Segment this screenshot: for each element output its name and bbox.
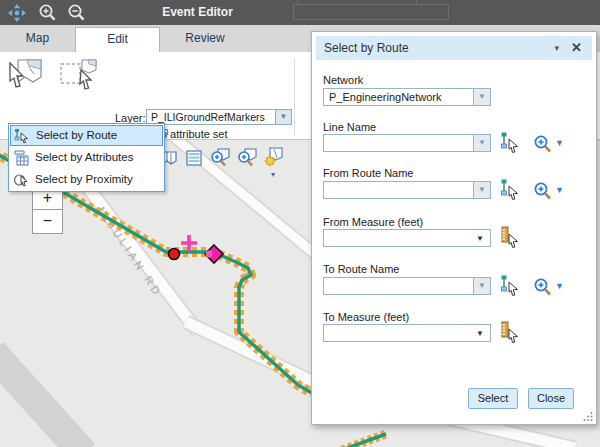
titlebar: Event Editor	[0, 0, 600, 25]
select-button[interactable]: Select	[468, 388, 518, 409]
zoom-out-icon[interactable]	[67, 3, 87, 23]
from-measure-select-on-map-icon[interactable]	[499, 225, 521, 249]
zoom-to-feature-icon[interactable]	[235, 146, 259, 170]
line-zoom-icon[interactable]	[533, 134, 553, 154]
layer-combobox-value: P_ILIGroundRefMarkers	[151, 110, 273, 124]
menu-item-select-by-attributes[interactable]: Select by Attributes	[9, 147, 164, 169]
network-combobox[interactable]: P_EngineeringNetwork ▼	[323, 88, 491, 106]
selection-options-caret-icon[interactable]: ▾	[271, 171, 275, 179]
from-route-select-on-map-icon[interactable]	[499, 178, 521, 202]
line-select-on-map-icon[interactable]	[499, 131, 521, 155]
to-route-caret-icon[interactable]: ▼	[473, 278, 490, 294]
from-measure-combobox[interactable]: ▼	[323, 229, 491, 247]
ribbon-separator	[294, 58, 295, 136]
dialog-collapse-caret-icon[interactable]: ▾	[554, 36, 559, 60]
select-dropdown-menu: Select by Route Select by Attributes Sel…	[8, 123, 165, 192]
dialog-header[interactable]: Select by Route ▾ ✕	[316, 36, 592, 60]
dialog-title: Select by Route	[324, 36, 409, 60]
select-by-attributes-icon	[13, 150, 29, 166]
to-route-combobox[interactable]: ▼	[323, 277, 491, 295]
zoom-in-icon[interactable]	[38, 3, 58, 23]
menu-item-label: Select by Proximity	[35, 173, 133, 185]
layer-combobox[interactable]: P_ILIGroundRefMarkers ▼	[146, 109, 292, 125]
tab-map[interactable]: Map	[0, 25, 75, 52]
tab-edit[interactable]: Edit	[75, 27, 160, 52]
from-route-zoom-caret-icon[interactable]: ▼	[555, 185, 564, 195]
line-zoom-caret-icon[interactable]: ▼	[555, 138, 564, 148]
app-title: Event Editor	[140, 0, 255, 25]
selection-options-icon[interactable]	[262, 146, 286, 170]
event-editor-window: N JULIAN RD + −	[0, 0, 600, 447]
tab-review[interactable]: Review	[160, 25, 250, 52]
select-by-route-dialog: Select by Route ▾ ✕ Network P_Engineerin…	[311, 31, 597, 425]
pan-icon[interactable]	[7, 3, 27, 23]
line-name-label: Line Name	[323, 121, 376, 133]
from-route-zoom-icon[interactable]	[533, 181, 553, 201]
map-zoom-control: + −	[32, 186, 63, 234]
select-by-attributes-icon[interactable]	[184, 148, 204, 168]
map-zoom-out-button[interactable]: −	[32, 210, 63, 234]
select-tool-icon[interactable]	[5, 57, 45, 95]
dialog-close-icon[interactable]: ✕	[571, 36, 582, 60]
select-by-proximity-icon	[13, 172, 29, 188]
menu-item-label: Select by Route	[36, 129, 117, 141]
network-caret-icon[interactable]: ▼	[473, 89, 490, 105]
close-button[interactable]: Close	[528, 388, 574, 409]
to-route-zoom-icon[interactable]	[533, 277, 553, 297]
zoom-to-selection-icon[interactable]	[208, 146, 232, 170]
to-route-label: To Route Name	[323, 263, 399, 275]
line-name-combobox[interactable]: ▼	[323, 134, 491, 152]
from-measure-label: From Measure (feet)	[323, 216, 423, 228]
network-value: P_EngineeringNetwork	[329, 89, 470, 105]
network-label: Network	[323, 74, 363, 86]
marker-red-point[interactable]	[169, 249, 180, 260]
menu-item-label: Select by Attributes	[35, 151, 133, 163]
to-measure-combobox[interactable]: ▼	[323, 324, 491, 342]
to-route-zoom-caret-icon[interactable]: ▼	[555, 281, 564, 291]
to-measure-select-on-map-icon[interactable]	[499, 320, 521, 344]
menu-item-select-by-proximity[interactable]: Select by Proximity	[9, 169, 164, 191]
select-by-route-icon	[14, 128, 30, 144]
from-route-label: From Route Name	[323, 167, 413, 179]
from-route-combobox[interactable]: ▼	[323, 181, 491, 199]
from-route-caret-icon[interactable]: ▼	[473, 182, 490, 198]
line-name-caret-icon[interactable]: ▼	[473, 135, 490, 151]
from-measure-caret-icon[interactable]: ▼	[476, 230, 484, 247]
to-measure-caret-icon[interactable]: ▼	[476, 325, 484, 342]
layer-combobox-caret-icon[interactable]: ▼	[275, 110, 291, 124]
titlebar-panel-outline	[293, 4, 449, 20]
rectangle-tool-icon[interactable]	[58, 57, 100, 95]
resize-grip[interactable]	[583, 411, 593, 421]
to-measure-label: To Measure (feet)	[323, 311, 409, 323]
menu-item-select-by-route[interactable]: Select by Route	[10, 125, 163, 146]
to-route-select-on-map-icon[interactable]	[499, 274, 521, 298]
